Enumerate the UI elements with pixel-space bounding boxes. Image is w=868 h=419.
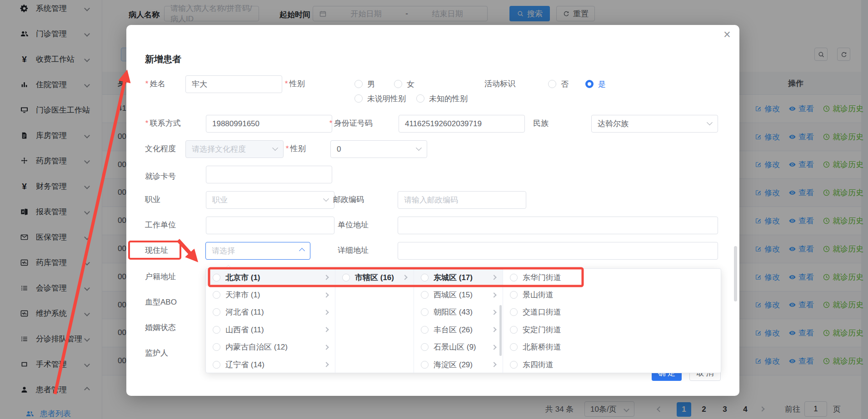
radio-icon [510,308,518,316]
radio-icon [354,94,363,103]
postal-label: 邮政编码 [333,194,364,205]
gender-code-select[interactable]: 0 [330,140,427,158]
gender-female-radio[interactable]: 女 [394,79,414,89]
active-flag-label: 活动标识 [484,79,515,89]
detail-address-input[interactable] [398,242,718,260]
cascader-option-jiaodaokou[interactable]: 交道口街道 [503,304,595,321]
name-label: *姓名 [145,79,165,89]
radio-icon [213,308,220,316]
id-number-input[interactable]: 411625192602039719 [399,115,525,133]
marital-status-label: 婚姻状态 [145,322,176,333]
cascader-option-shanxi[interactable]: 山西省 (11) [206,321,335,338]
unit-address-label: 单位地址 [338,220,369,231]
cascader-option-liaoning[interactable]: 辽宁省 (14) [206,356,335,373]
cascader-option-tianjin[interactable]: 天津市 (1) [206,286,335,303]
cascader-district-column: 东城区 (17) 西城区 (15) 朝阳区 (43) 丰台区 (26) 石景山区… [414,269,503,373]
cascader-option-shixiaqu[interactable]: 市辖区 (16) [335,269,414,286]
modal-scrollbar[interactable] [734,246,737,301]
cascader-option-jingshan[interactable]: 景山街道 [503,286,595,303]
gender-code-label: *性别 [285,143,306,154]
work-unit-label: 工作单位 [145,220,176,231]
radio-icon [510,291,518,299]
current-address-cascader-select[interactable]: 请选择 [205,242,310,260]
ethnicity-select[interactable]: 达斡尔族 [591,115,718,133]
scrollbar[interactable] [499,305,502,356]
chevron-right-icon [324,362,329,367]
cascader-option-donghuamen[interactable]: 东华门街道 [503,269,595,286]
cascader-option-beixinqiao[interactable]: 北新桥街道 [503,339,595,356]
chevron-right-icon [491,345,496,350]
occupation-select[interactable]: 职业 [206,191,334,209]
cascader-option-beijing[interactable]: 北京市 (1) [206,269,335,286]
cascader-option-fengtai[interactable]: 丰台区 (26) [414,321,503,338]
education-label: 文化程度 [145,143,176,154]
gender-label: *性别 [284,79,305,89]
modal-title: 新增患者 [145,53,181,65]
cascader-option-dongcheng[interactable]: 东城区 (17) [414,269,503,286]
cascader-option-neimenggu[interactable]: 内蒙古自治区 (12) [206,339,335,356]
radio-icon [510,361,518,369]
chevron-right-icon [491,362,496,367]
visit-card-input[interactable] [206,166,332,183]
active-yes-radio[interactable]: 是 [585,79,606,89]
radio-icon [342,274,350,281]
radio-icon [421,361,429,369]
work-unit-input[interactable] [206,217,334,234]
required-asterisk: * [145,119,148,128]
cascader-option-dongsi[interactable]: 东四街道 [503,356,595,373]
radio-icon [421,326,429,334]
chevron-right-icon [491,327,496,332]
chevron-right-icon [324,310,329,315]
cascader-option-hebei[interactable]: 河北省 (11) [206,304,335,321]
postal-input[interactable]: 请输入邮政编码 [398,191,526,209]
app-root: 系统管理 门诊管理 ¥收费工作站 住院管理 门诊医生工作站 库房管理 药房管理 … [0,0,868,419]
cascader-option-andingmen[interactable]: 安定门街道 [503,321,595,338]
blood-type-label: 血型ABO [145,297,177,308]
radio-icon [213,361,220,369]
required-asterisk: * [285,144,289,153]
contact-label: *联系方式 [145,118,181,129]
cascader-option-xicheng[interactable]: 西城区 (15) [414,286,503,303]
contact-input[interactable]: 19880991650 [206,115,332,133]
cascader-city-column: 市辖区 (16) [335,269,414,373]
active-no-radio[interactable]: 否 [548,79,569,89]
required-asterisk: * [329,119,332,128]
gender-male-radio[interactable]: 男 [354,79,375,89]
radio-icon [213,291,220,299]
radio-icon [421,308,429,316]
chevron-down-icon [323,196,329,202]
unit-address-input[interactable] [398,217,718,234]
address-cascader-panel: 北京市 (1) 天津市 (1) 河北省 (11) 山西省 (11) 内蒙古自治区… [205,268,721,373]
radio-icon [213,326,220,334]
radio-icon [421,343,429,351]
cascader-option-shijingshan[interactable]: 石景山区 (9) [414,339,503,356]
chevron-right-icon [491,292,496,297]
cascader-street-column: 东华门街道 景山街道 交道口街道 安定门街道 北新桥街道 东四街道 [503,269,595,373]
education-select[interactable]: 请选择文化程度 [185,140,284,158]
radio-icon [510,343,518,351]
name-input[interactable]: 牢大 [185,75,282,93]
cascader-option-haidian[interactable]: 海淀区 (29) [414,356,503,373]
required-asterisk: * [284,79,288,88]
radio-icon [548,80,556,88]
radio-icon [394,80,402,88]
close-icon[interactable]: × [719,27,735,42]
radio-icon [510,326,518,334]
visit-card-label: 就诊卡号 [145,171,176,182]
radio-icon [510,274,518,281]
ethnicity-label: 民族 [533,118,549,129]
cascader-option-chaoyang[interactable]: 朝阳区 (43) [414,304,503,321]
radio-icon [416,94,424,103]
radio-icon [213,274,220,281]
radio-icon [421,274,429,281]
chevron-right-icon [491,275,496,280]
chevron-right-icon [324,327,329,332]
add-patient-modal: 新增患者 × *姓名 牢大 *性别 男 女 活动标识 否 是 未说明性别 未知的… [126,25,739,396]
gender-unstated-radio[interactable]: 未说明性别 [354,93,406,104]
gender-unknown-radio[interactable]: 未知的性别 [416,93,468,104]
cascader-province-column: 北京市 (1) 天津市 (1) 河北省 (11) 山西省 (11) 内蒙古自治区… [206,269,335,373]
radio-icon [421,291,429,299]
occupation-label: 职业 [145,194,160,205]
chevron-right-icon [491,310,496,315]
chevron-up-icon [299,248,305,254]
